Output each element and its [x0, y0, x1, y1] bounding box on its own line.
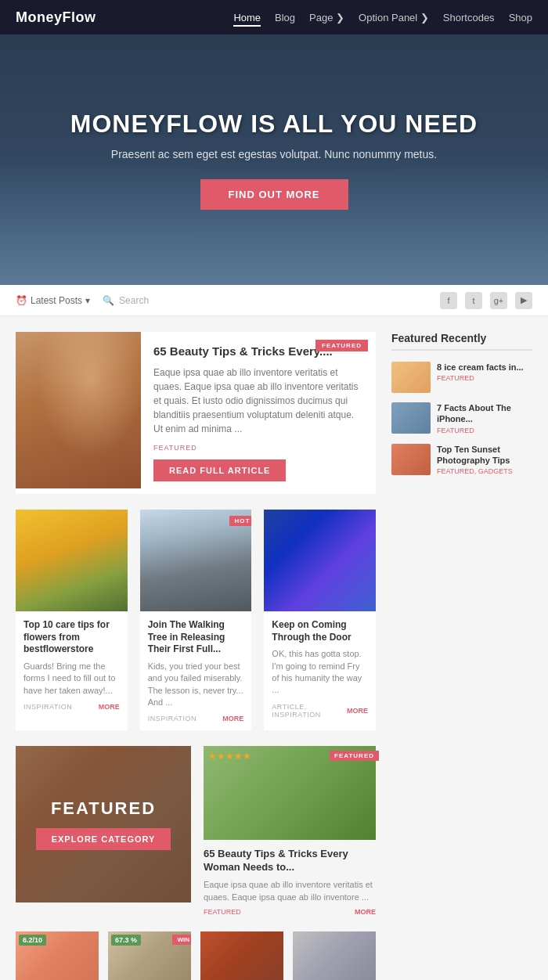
main-column: FEATURED 65 Beauty Tips & Tricks Every..… [16, 332, 376, 980]
sidebar-item-info-2: Top Ten Sunset Photography Tips FEATURED… [437, 444, 532, 476]
toolbar: ⏰ Latest Posts ▾ 🔍 Search f t g+ ▶ [0, 285, 548, 316]
featured-right-text: Eaque ipsa quae ab illo inventore verita… [204, 879, 376, 903]
article-body-2: Keep on Coming Through the Door OK, this… [264, 611, 376, 726]
article-card-0: Top 10 care tips for flowers from bestfl… [16, 510, 128, 730]
facebook-icon[interactable]: f [440, 292, 457, 309]
article-category-1: INSPIRATION [148, 715, 196, 722]
nav-item-shortcodes[interactable]: Shortcodes [443, 10, 495, 24]
bottom-card-3: 🖼 A Vintage Slick Clean Running Waltham … [293, 931, 376, 980]
sidebar-title: Featured Recently [391, 332, 532, 351]
youtube-icon[interactable]: ▶ [515, 292, 532, 309]
bottom-badge-1: 67.3 % [111, 935, 141, 946]
nav-item-home[interactable]: Home [233, 10, 261, 24]
bottom-image-2 [200, 931, 283, 980]
featured-right-more[interactable]: MORE [355, 908, 376, 916]
content-grid: FEATURED 65 Beauty Tips & Tricks Every..… [16, 332, 532, 980]
hero-title: MONEYFLOW IS ALL YOU NEED [70, 110, 478, 139]
article-text-1: Kids, you tried your best and you failed… [148, 661, 244, 709]
toolbar-left: ⏰ Latest Posts ▾ 🔍 Search [16, 295, 149, 306]
read-full-article-button[interactable]: READ FULL ARTICLE [153, 459, 286, 481]
social-icons: f t g+ ▶ [440, 292, 532, 309]
article-body-0: Top 10 care tips for flowers from bestfl… [16, 611, 128, 719]
nav-item-shop[interactable]: Shop [509, 10, 532, 24]
nav-menu: Home Blog Page ❯ Option Panel ❯ Shortcod… [233, 10, 532, 24]
three-column-articles: Top 10 care tips for flowers from bestfl… [16, 510, 376, 730]
sidebar-item-1: 7 Facts About The iPhone... FEATURED [391, 402, 532, 434]
sidebar-item-tag-0: FEATURED [437, 374, 532, 382]
article-title-1: Join The Walking Tree in Releasing Their… [148, 619, 244, 656]
rating-stars: ★★★★★ [208, 751, 251, 762]
nav-item-option[interactable]: Option Panel ❯ [359, 10, 429, 24]
article-title-0: Top 10 care tips for flowers from bestfl… [23, 619, 120, 656]
hero-subtitle: Praesent ac sem eget est egestas volutpa… [70, 148, 478, 160]
chevron-down-icon: ▾ [85, 295, 90, 306]
featured-right-footer: FEATURED MORE [204, 908, 376, 916]
article-title-2: Keep on Coming Through the Door [272, 619, 368, 643]
article-image-0 [16, 510, 128, 611]
sidebar-item-title-1[interactable]: 7 Facts About The iPhone... [437, 402, 532, 425]
hero-section: MONEYFLOW IS ALL YOU NEED Praesent ac se… [0, 34, 548, 285]
sidebar: Featured Recently 8 ice cream facts in..… [391, 332, 532, 980]
article-footer-0: INSPIRATION MORE [23, 703, 120, 711]
sidebar-thumb-1 [391, 402, 431, 434]
hot-badge-1: HOT [229, 516, 251, 526]
explore-category-button[interactable]: EXPLORE CATEGORY [36, 828, 171, 850]
article-card-1: HOT Join The Walking Tree in Releasing T… [140, 510, 252, 730]
sidebar-item-tag-2: FEATURED, GADGETS [437, 467, 532, 475]
featured-banner-right: ★★★★★ FEATURED 65 Beauty Tips & Tricks E… [204, 746, 376, 916]
article-more-1[interactable]: MORE [222, 715, 243, 722]
article-category-0: INSPIRATION [23, 703, 72, 711]
article-card-2: Keep on Coming Through the Door OK, this… [264, 510, 376, 730]
search-placeholder: Search [119, 295, 149, 306]
latest-posts-label: Latest Posts [31, 295, 82, 306]
featured-banner-overlay [16, 746, 191, 903]
sidebar-thumb-0 [391, 362, 431, 393]
article-more-2[interactable]: MORE [347, 707, 368, 715]
article-more-0[interactable]: MORE [99, 703, 120, 711]
hero-cta-button[interactable]: FIND OUT MORE [200, 179, 348, 210]
sidebar-item-tag-1: FEATURED [437, 427, 532, 434]
article-image-2 [264, 510, 376, 611]
brand-logo[interactable]: MoneyFlow [16, 9, 96, 26]
featured-banner-left: FEATURED EXPLORE CATEGORY [16, 746, 191, 903]
bottom-card-0: 6.2/10 8 ice cream facts in honor of Nat… [16, 931, 99, 980]
article-text-2: OK, this has gotta stop. I'm going to re… [272, 648, 368, 697]
article-category-2: ARTICLE, INSPIRATION [272, 703, 347, 719]
win-badge-1: WIN [172, 935, 191, 945]
bottom-image-3: 🖼 [293, 931, 376, 980]
featured-right-badge: FEATURED [330, 751, 379, 761]
hero-content: MONEYFLOW IS ALL YOU NEED Praesent ac se… [70, 110, 478, 210]
bottom-image-0: 6.2/10 [16, 931, 99, 980]
sidebar-item-title-2[interactable]: Top Ten Sunset Photography Tips [437, 444, 532, 467]
featured-article-tag: FEATURED [153, 444, 363, 452]
bottom-four-cards: 6.2/10 8 ice cream facts in honor of Nat… [16, 931, 376, 980]
nav-item-page[interactable]: Page ❯ [309, 10, 344, 24]
nav-item-blog[interactable]: Blog [275, 10, 295, 24]
clock-icon: ⏰ [16, 295, 27, 306]
latest-posts-dropdown[interactable]: ⏰ Latest Posts ▾ [16, 295, 90, 306]
main-content: FEATURED 65 Beauty Tips & Tricks Every..… [0, 316, 548, 980]
article-text-0: Guards! Bring me the forms I need to fil… [23, 661, 120, 697]
sidebar-item-info-1: 7 Facts About The iPhone... FEATURED [437, 402, 532, 434]
featured-banner-label: FEATURED [51, 798, 156, 819]
featured-article-card: FEATURED 65 Beauty Tips & Tricks Every..… [16, 332, 376, 494]
featured-article-image [16, 332, 141, 488]
search-bar[interactable]: 🔍 Search [103, 295, 149, 306]
bottom-card-2: Top Ten Sunset Photography Tips What's S… [200, 931, 283, 980]
twitter-icon[interactable]: t [465, 292, 482, 309]
article-footer-2: ARTICLE, INSPIRATION MORE [272, 703, 368, 719]
featured-right-tag: FEATURED [204, 908, 241, 916]
featured-right-image: ★★★★★ FEATURED [204, 746, 376, 840]
featured-article-text: Eaque ipsa quae ab illo inventore verita… [153, 366, 363, 436]
sidebar-item-0: 8 ice cream facts in... FEATURED [391, 362, 532, 393]
googleplus-icon[interactable]: g+ [490, 292, 507, 309]
sidebar-item-2: Top Ten Sunset Photography Tips FEATURED… [391, 444, 532, 476]
featured-right-title: 65 Beauty Tips & Tricks Every Woman Need… [204, 848, 376, 874]
article-footer-1: INSPIRATION MORE [148, 715, 244, 722]
featured-image-bg [16, 332, 141, 488]
search-icon: 🔍 [103, 295, 114, 306]
sidebar-item-title-0[interactable]: 8 ice cream facts in... [437, 362, 532, 373]
featured-banner-section: FEATURED EXPLORE CATEGORY ★★★★★ FEATURED… [16, 746, 376, 916]
bottom-badge-0: 6.2/10 [19, 935, 46, 946]
sidebar-item-info-0: 8 ice cream facts in... FEATURED [437, 362, 532, 382]
